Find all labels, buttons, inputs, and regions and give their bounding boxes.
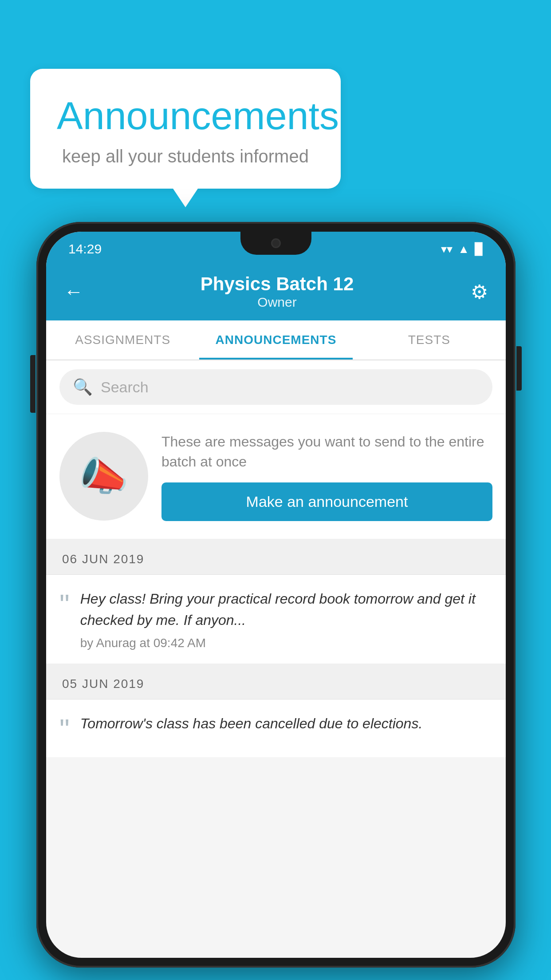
- search-container: 🔍 Search: [46, 360, 506, 414]
- announcement-text-2: Tomorrow's class has been cancelled due …: [80, 713, 492, 734]
- notch: [240, 232, 311, 255]
- settings-button[interactable]: ⚙: [471, 281, 488, 303]
- quote-icon-1: ": [59, 591, 70, 619]
- make-announcement-button[interactable]: Make an announcement: [161, 482, 492, 521]
- announcement-content-2: Tomorrow's class has been cancelled due …: [80, 713, 492, 739]
- status-time: 14:29: [68, 241, 102, 257]
- announcement-item-1[interactable]: " Hey class! Bring your practical record…: [46, 575, 506, 669]
- content-area: 🔍 Search 📣 These are messages you want t…: [46, 360, 506, 757]
- app-header: ← Physics Batch 12 Owner ⚙: [46, 263, 506, 320]
- status-icons: ▾▾ ▲ ▉: [441, 242, 484, 256]
- wifi-icon: ▾▾: [441, 242, 453, 256]
- camera: [271, 238, 281, 248]
- tab-tests[interactable]: TESTS: [353, 320, 506, 360]
- search-bar[interactable]: 🔍 Search: [59, 369, 492, 405]
- announcement-meta-1: by Anurag at 09:42 AM: [80, 636, 492, 650]
- date-separator-1: 06 JUN 2019: [46, 544, 506, 575]
- promo-section: 📣 These are messages you want to send to…: [46, 414, 506, 544]
- search-icon: 🔍: [73, 378, 93, 396]
- bubble-title: Announcements: [57, 93, 314, 138]
- bubble-subtitle: keep all your students informed: [57, 146, 314, 166]
- speech-bubble-container: Announcements keep all your students inf…: [30, 69, 341, 189]
- header-title: Physics Batch 12: [201, 273, 354, 295]
- announcement-item-2[interactable]: " Tomorrow's class has been cancelled du…: [46, 699, 506, 757]
- promo-icon-circle: 📣: [59, 432, 148, 521]
- signal-icon: ▲: [458, 242, 469, 256]
- back-button[interactable]: ←: [64, 281, 83, 303]
- phone-screen: 14:29 ▾▾ ▲ ▉ ← Physics Batch 12 Owner ⚙: [46, 232, 506, 958]
- tab-assignments[interactable]: ASSIGNMENTS: [46, 320, 199, 360]
- phone-outer: 14:29 ▾▾ ▲ ▉ ← Physics Batch 12 Owner ⚙: [36, 222, 516, 968]
- header-center: Physics Batch 12 Owner: [201, 273, 354, 310]
- announcement-content-1: Hey class! Bring your practical record b…: [80, 588, 492, 650]
- battery-icon: ▉: [475, 242, 484, 256]
- announcement-text-1: Hey class! Bring your practical record b…: [80, 588, 492, 631]
- speech-bubble: Announcements keep all your students inf…: [30, 69, 341, 189]
- tab-announcements[interactable]: ANNOUNCEMENTS: [199, 320, 352, 360]
- phone-mockup: 14:29 ▾▾ ▲ ▉ ← Physics Batch 12 Owner ⚙: [36, 222, 516, 968]
- header-subtitle: Owner: [201, 295, 354, 310]
- search-placeholder: Search: [101, 379, 149, 396]
- promo-right: These are messages you want to send to t…: [161, 432, 492, 521]
- date-separator-2: 05 JUN 2019: [46, 669, 506, 699]
- megaphone-icon: 📣: [79, 453, 129, 500]
- promo-description: These are messages you want to send to t…: [161, 432, 492, 472]
- quote-icon-2: ": [59, 715, 70, 744]
- tabs-bar: ASSIGNMENTS ANNOUNCEMENTS TESTS: [46, 320, 506, 360]
